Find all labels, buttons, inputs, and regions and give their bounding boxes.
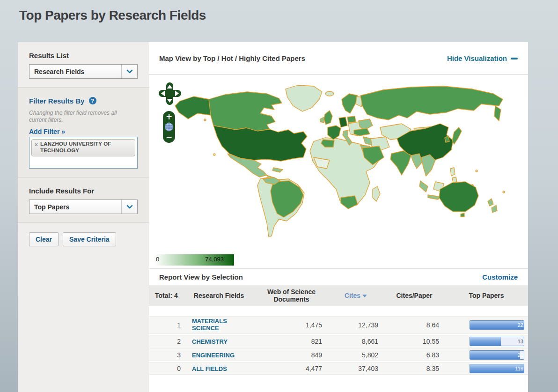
cites-value: 5,802 — [328, 351, 384, 359]
remove-filter-icon[interactable]: × — [35, 141, 38, 148]
filter-tag-label: LANZHOU UNIVERSITY OF TECHNOLOGY — [40, 141, 132, 154]
include-results-value: Top Papers — [29, 203, 121, 211]
field-link[interactable]: MATERIALS SCIENCE — [192, 318, 243, 332]
map-zoom-control[interactable]: + − — [162, 111, 176, 143]
page-title: Top Papers by Research Fields — [19, 8, 206, 23]
field-link[interactable]: ENGINEERING — [192, 352, 235, 359]
add-filter-link[interactable]: Add Filter » — [29, 128, 65, 135]
report-view-title: Report View by Selection — [159, 273, 482, 281]
zoom-out-icon: − — [166, 132, 172, 141]
results-list-label: Results List — [29, 52, 138, 59]
top-papers-value: 116 — [515, 366, 523, 371]
world-map[interactable]: .cc { stroke:#e2a030; stroke-width:1.3; … — [149, 75, 528, 268]
table-row: 2 CHEMISTRY 821 8,661 10.55 13 — [149, 335, 528, 348]
include-results-label: Include Results For — [29, 187, 138, 195]
row-rank: 1 — [149, 321, 183, 329]
customize-link[interactable]: Customize — [482, 273, 518, 281]
column-cites-per-paper: Cites/Paper — [384, 292, 445, 299]
table-row: 3 ENGINEERING 849 5,802 6.83 20 — [149, 348, 528, 361]
top-papers-bar: 20 — [470, 350, 524, 360]
top-papers-value: 20 — [518, 352, 523, 358]
cites-per-paper-value: 8.35 — [384, 365, 445, 372]
map-header: Map View by Top / Hot / Highly Cited Pap… — [149, 42, 528, 75]
chevron-down-icon[interactable] — [121, 200, 137, 214]
wos-value: 1,475 — [255, 321, 328, 329]
top-papers-bar: 22 — [470, 320, 524, 330]
cites-per-paper-value: 8.64 — [384, 321, 445, 329]
column-cites-sort[interactable]: Cites — [328, 292, 384, 299]
column-research-fields: Research Fields — [183, 292, 255, 299]
save-criteria-button[interactable]: Save Criteria — [63, 232, 116, 246]
cites-value: 8,661 — [328, 338, 384, 345]
cites-value: 37,403 — [328, 365, 384, 372]
minus-icon — [511, 58, 518, 59]
filter-box[interactable]: × LANZHOU UNIVERSITY OF TECHNOLOGY — [29, 137, 138, 169]
field-link[interactable]: CHEMISTRY — [192, 339, 228, 346]
table-header-row: Total: 4 Research Fields Web of Science … — [149, 285, 528, 306]
wos-value: 849 — [255, 351, 328, 359]
top-papers-value: 22 — [518, 322, 523, 328]
filter-tag: × LANZHOU UNIVERSITY OF TECHNOLOGY — [31, 139, 135, 156]
app-container: Results List Research Fields Filter Resu… — [18, 42, 528, 392]
cites-per-paper-value: 10.55 — [384, 338, 445, 345]
help-icon[interactable]: ? — [89, 97, 96, 104]
results-list-section: Results List Research Fields — [18, 42, 149, 87]
wos-value: 821 — [255, 338, 328, 345]
wos-value: 4,477 — [255, 365, 328, 372]
include-results-select[interactable]: Top Papers — [29, 200, 138, 214]
filter-results-label: Filter Results By — [29, 97, 84, 105]
row-rank: 2 — [149, 338, 183, 345]
results-list-value: Research Fields — [29, 68, 121, 75]
row-rank: 0 — [149, 365, 183, 372]
map-pan-control[interactable] — [159, 82, 181, 105]
field-link[interactable]: ALL FIELDS — [192, 366, 227, 373]
column-wos-documents: Web of Science Documents — [255, 288, 328, 303]
report-header: Report View by Selection Customize — [149, 268, 528, 285]
actions-section: Clear Save Criteria — [18, 222, 149, 255]
table-row: 0 ALL FIELDS 4,477 37,403 8.35 116 — [149, 362, 528, 375]
chevron-down-icon[interactable] — [121, 65, 137, 78]
column-top-papers: Top Papers — [445, 292, 528, 299]
cites-per-paper-value: 6.83 — [384, 351, 445, 359]
row-rank: 3 — [149, 351, 183, 359]
map-view-title: Map View by Top / Hot / Highly Cited Pap… — [159, 54, 447, 62]
include-results-section: Include Results For Top Papers — [18, 177, 149, 222]
hide-visualization-link[interactable]: Hide Visualization — [447, 54, 518, 62]
legend-max-value: 74,093 — [205, 256, 224, 263]
cites-value: 12,739 — [328, 321, 384, 329]
sort-desc-icon — [362, 295, 367, 297]
clear-button[interactable]: Clear — [29, 232, 59, 246]
table-spacer — [149, 306, 528, 316]
main-panel: Map View by Top / Hot / Highly Cited Pap… — [149, 42, 528, 392]
choropleth-map-svg: .cc { stroke:#e2a030; stroke-width:1.3; … — [149, 75, 528, 268]
results-list-select[interactable]: Research Fields — [29, 64, 138, 79]
total-count: Total: 4 — [149, 292, 183, 299]
zoom-in-icon: + — [166, 112, 172, 121]
table-row: 1 MATERIALS SCIENCE 1,475 12,739 8.64 22 — [149, 316, 528, 334]
top-papers-bar: 13 — [470, 337, 524, 346]
legend-min-value: 0 — [156, 256, 159, 263]
filter-section: Filter Results By ? Changing the filter … — [18, 87, 149, 177]
sidebar: Results List Research Fields Filter Resu… — [18, 42, 149, 392]
map-legend: 0 74,093 — [154, 254, 234, 266]
filter-note: Changing the filter field removes all cu… — [29, 110, 127, 124]
top-papers-value: 13 — [518, 339, 523, 344]
top-papers-bar: 116 — [470, 364, 524, 373]
